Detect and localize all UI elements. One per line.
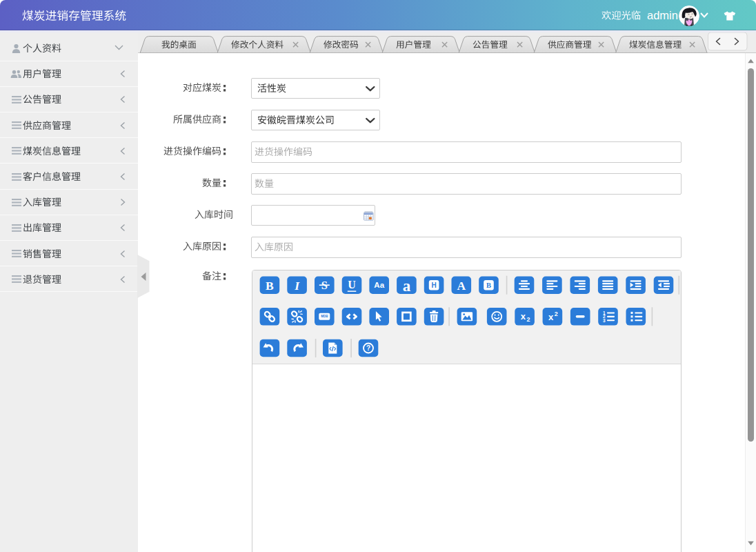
- svg-text:2: 2: [526, 316, 530, 323]
- svg-text:3: 3: [603, 318, 606, 323]
- svg-text:A: A: [457, 279, 466, 293]
- svg-text:MDB: MDB: [321, 315, 328, 318]
- svg-text:B: B: [266, 279, 274, 293]
- svg-text:I: I: [294, 279, 300, 293]
- svg-text:a: a: [403, 277, 411, 295]
- svg-text:2: 2: [555, 310, 558, 317]
- svg-text:x: x: [521, 311, 526, 322]
- svg-text:Aa: Aa: [374, 281, 384, 289]
- svg-text:x: x: [548, 312, 554, 322]
- svg-text:?: ?: [366, 344, 370, 352]
- svg-text:H: H: [431, 282, 436, 289]
- svg-text:U: U: [348, 279, 356, 290]
- svg-text:B: B: [486, 282, 491, 289]
